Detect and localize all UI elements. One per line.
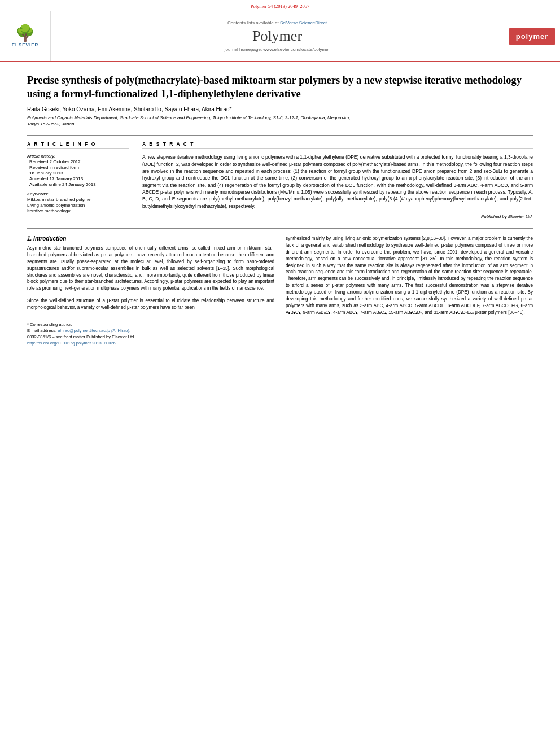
elsevier-logo: 🌳 ELSEVIER	[12, 25, 39, 47]
intro-right-para: synthesized mainly by using living anion…	[286, 235, 533, 316]
abstract-label: A B S T R A C T	[142, 141, 533, 149]
sciverse-line: Contents lists available at SciVerse Sci…	[228, 20, 327, 25]
doi-line[interactable]: http://dx.doi.org/10.1016/j.polymer.2013…	[27, 340, 274, 346]
homepage-line: journal homepage: www.elsevier.com/locat…	[225, 47, 330, 52]
journal-header-center: Contents lists available at SciVerse Sci…	[51, 11, 504, 61]
intro-para1: Asymmetric star-branched polymers compos…	[27, 245, 274, 292]
keywords-section: Keywords: Miktoarm star-branched polymer…	[27, 191, 129, 213]
intro-heading: 1. Introduction	[27, 235, 274, 242]
journal-title: Polymer	[252, 28, 302, 45]
elsevier-logo-section: 🌳 ELSEVIER	[0, 11, 51, 61]
polymer-badge-section: polymer	[504, 11, 560, 61]
received-date: Received 2 October 2012	[29, 159, 129, 164]
journal-header: 🌳 ELSEVIER Contents lists available at S…	[0, 11, 560, 62]
author-names: Raita Goseki, Yoko Ozama, Emi Akemine, S…	[27, 106, 231, 112]
homepage-text: journal homepage: www.elsevier.com/locat…	[225, 47, 330, 52]
abstract-column: A B S T R A C T A new stepwise iterative…	[142, 141, 533, 219]
corresponding-author-note: * Corresponding author.	[27, 322, 274, 327]
history-label: Article history:	[27, 154, 129, 159]
article-info-column: A R T I C L E I N F O Article history: R…	[27, 141, 129, 219]
abstract-text: A new stepwise iterative methodology usi…	[142, 154, 533, 209]
accepted-date: Accepted 17 January 2013	[29, 176, 129, 181]
article-meta-section: A R T I C L E I N F O Article history: R…	[27, 135, 533, 219]
keyword-1: Miktoarm star-branched polymer	[27, 197, 129, 202]
body-section: 1. Introduction Asymmetric star-branched…	[27, 228, 533, 346]
sciverse-prefix: Contents lists available at	[228, 20, 279, 25]
body-right-column: synthesized mainly by using living anion…	[286, 235, 533, 346]
intro-para2: Since the well-defined structure of a μ-…	[27, 298, 274, 311]
article-title: Precise synthesis of poly(methacrylate)-…	[27, 73, 533, 101]
main-content: Precise synthesis of poly(methacrylate)-…	[0, 62, 560, 357]
email-link[interactable]: ahirao@polymer.titech.ac.jp (A. Hirao).	[58, 328, 130, 333]
polymer-badge: polymer	[509, 28, 555, 45]
article-info-label: A R T I C L E I N F O	[27, 141, 129, 149]
revised-label: Received in revised form	[29, 165, 129, 170]
revised-date: 16 January 2013	[29, 171, 129, 176]
keywords-label: Keywords:	[27, 191, 129, 196]
top-banner: Polymer 54 (2013) 2049–2057	[0, 0, 560, 11]
journal-citation: Polymer 54 (2013) 2049–2057	[251, 3, 310, 9]
page-wrapper: Polymer 54 (2013) 2049–2057 🌳 ELSEVIER C…	[0, 0, 560, 357]
article-history: Article history: Received 2 October 2012…	[27, 154, 129, 187]
tree-icon: 🌳	[15, 25, 35, 41]
issn-note: 0032-3861/$ – see front matter Published…	[27, 334, 274, 339]
keyword-3: Iterative methodology	[27, 208, 129, 213]
affiliation-line2: Tokyo 152-8552, Japan	[27, 121, 74, 126]
affiliation: Polymeric and Organic Materials Departme…	[27, 115, 533, 127]
elsevier-text: ELSEVIER	[12, 42, 39, 47]
body-left-column: 1. Introduction Asymmetric star-branched…	[27, 235, 274, 346]
authors: Raita Goseki, Yoko Ozama, Emi Akemine, S…	[27, 106, 533, 112]
online-date: Available online 24 January 2013	[29, 182, 129, 187]
published-by: Published by Elsevier Ltd.	[142, 214, 533, 219]
footnote-section: * Corresponding author. E-mail address: …	[27, 318, 274, 346]
affiliation-line1: Polymeric and Organic Materials Departme…	[27, 115, 350, 120]
email-note: E-mail address: ahirao@polymer.titech.ac…	[27, 328, 274, 333]
sciverse-link-text[interactable]: SciVerse ScienceDirect	[280, 20, 327, 25]
keyword-2: Living anionic polymerization	[27, 203, 129, 208]
